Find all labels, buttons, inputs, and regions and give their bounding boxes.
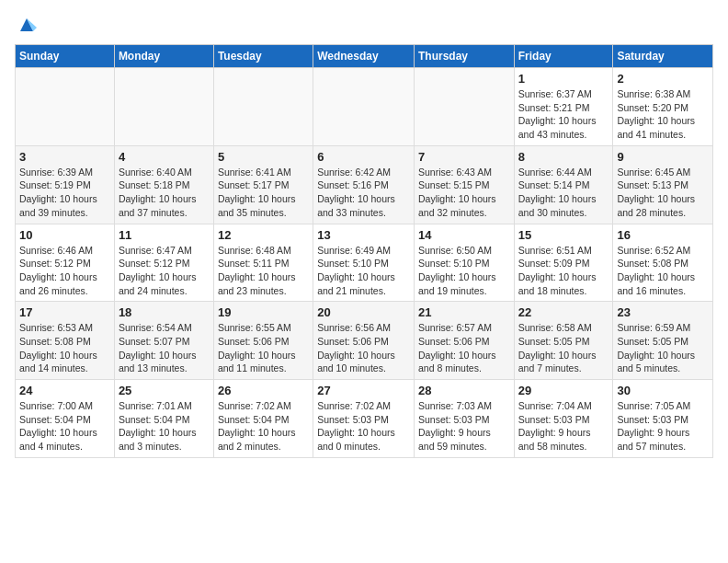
day-number: 18: [119, 305, 210, 319]
weekday-header-tuesday: Tuesday: [213, 45, 313, 68]
day-detail: Sunrise: 6:49 AM Sunset: 5:10 PM Dayligh…: [317, 244, 410, 298]
header: [15, 15, 713, 35]
day-number: 21: [418, 305, 510, 319]
logo: [15, 15, 37, 35]
day-detail: Sunrise: 7:00 AM Sunset: 5:04 PM Dayligh…: [19, 399, 110, 454]
calendar-cell: 10Sunrise: 6:46 AM Sunset: 5:12 PM Dayli…: [16, 224, 115, 302]
calendar-cell: 2Sunrise: 6:38 AM Sunset: 5:20 PM Daylig…: [613, 68, 713, 146]
day-number: 17: [19, 305, 110, 319]
day-number: 22: [518, 305, 609, 319]
calendar-cell: 8Sunrise: 6:44 AM Sunset: 5:14 PM Daylig…: [514, 145, 613, 224]
day-number: 11: [119, 228, 210, 242]
day-number: 12: [218, 228, 309, 242]
calendar-cell: [213, 68, 313, 146]
day-number: 6: [317, 150, 410, 164]
day-detail: Sunrise: 6:41 AM Sunset: 5:17 PM Dayligh…: [218, 166, 309, 220]
day-number: 30: [617, 384, 709, 397]
day-number: 2: [617, 72, 709, 86]
day-detail: Sunrise: 6:53 AM Sunset: 5:08 PM Dayligh…: [19, 321, 110, 375]
calendar-cell: 30Sunrise: 7:05 AM Sunset: 5:03 PM Dayli…: [613, 380, 713, 458]
day-number: 13: [317, 228, 410, 242]
day-number: 19: [218, 305, 309, 319]
calendar-cell: 17Sunrise: 6:53 AM Sunset: 5:08 PM Dayli…: [16, 302, 115, 380]
calendar-cell: 16Sunrise: 6:52 AM Sunset: 5:08 PM Dayli…: [613, 224, 713, 302]
day-detail: Sunrise: 6:52 AM Sunset: 5:08 PM Dayligh…: [617, 244, 709, 298]
day-number: 9: [617, 150, 709, 164]
calendar-cell: 13Sunrise: 6:49 AM Sunset: 5:10 PM Dayli…: [313, 224, 415, 302]
calendar-cell: [313, 68, 415, 146]
day-number: 28: [418, 384, 510, 397]
day-detail: Sunrise: 7:02 AM Sunset: 5:03 PM Dayligh…: [317, 399, 410, 454]
calendar-cell: 28Sunrise: 7:03 AM Sunset: 5:03 PM Dayli…: [414, 380, 514, 458]
calendar-cell: 4Sunrise: 6:40 AM Sunset: 5:18 PM Daylig…: [114, 145, 213, 224]
day-number: 27: [317, 384, 410, 397]
day-detail: Sunrise: 6:55 AM Sunset: 5:06 PM Dayligh…: [218, 321, 309, 375]
calendar-cell: 9Sunrise: 6:45 AM Sunset: 5:13 PM Daylig…: [613, 145, 713, 224]
day-detail: Sunrise: 6:40 AM Sunset: 5:18 PM Dayligh…: [119, 166, 210, 220]
calendar-cell: 25Sunrise: 7:01 AM Sunset: 5:04 PM Dayli…: [114, 380, 213, 458]
day-number: 8: [518, 150, 609, 164]
calendar-cell: 1Sunrise: 6:37 AM Sunset: 5:21 PM Daylig…: [514, 68, 613, 146]
calendar-cell: 3Sunrise: 6:39 AM Sunset: 5:19 PM Daylig…: [16, 145, 115, 224]
day-number: 25: [119, 384, 210, 397]
day-number: 3: [19, 150, 110, 164]
calendar-cell: 6Sunrise: 6:42 AM Sunset: 5:16 PM Daylig…: [313, 145, 415, 224]
day-detail: Sunrise: 6:56 AM Sunset: 5:06 PM Dayligh…: [317, 321, 410, 375]
day-number: 16: [617, 228, 709, 242]
calendar-cell: 7Sunrise: 6:43 AM Sunset: 5:15 PM Daylig…: [414, 145, 514, 224]
day-detail: Sunrise: 6:54 AM Sunset: 5:07 PM Dayligh…: [119, 321, 210, 375]
day-detail: Sunrise: 6:43 AM Sunset: 5:15 PM Dayligh…: [418, 166, 510, 220]
calendar-cell: 19Sunrise: 6:55 AM Sunset: 5:06 PM Dayli…: [213, 302, 313, 380]
day-number: 29: [518, 384, 609, 397]
day-number: 23: [617, 305, 709, 319]
calendar-cell: 21Sunrise: 6:57 AM Sunset: 5:06 PM Dayli…: [414, 302, 514, 380]
day-detail: Sunrise: 7:02 AM Sunset: 5:04 PM Dayligh…: [218, 399, 309, 454]
calendar-cell: 23Sunrise: 6:59 AM Sunset: 5:05 PM Dayli…: [613, 302, 713, 380]
calendar-cell: 14Sunrise: 6:50 AM Sunset: 5:10 PM Dayli…: [414, 224, 514, 302]
logo-icon: [17, 15, 37, 35]
calendar-cell: 29Sunrise: 7:04 AM Sunset: 5:03 PM Dayli…: [514, 380, 613, 458]
day-detail: Sunrise: 6:48 AM Sunset: 5:11 PM Dayligh…: [218, 244, 309, 298]
day-detail: Sunrise: 6:45 AM Sunset: 5:13 PM Dayligh…: [617, 166, 709, 220]
day-number: 7: [418, 150, 510, 164]
calendar-cell: 24Sunrise: 7:00 AM Sunset: 5:04 PM Dayli…: [16, 380, 115, 458]
weekday-header-wednesday: Wednesday: [313, 45, 415, 68]
day-number: 4: [119, 150, 210, 164]
day-detail: Sunrise: 6:38 AM Sunset: 5:20 PM Dayligh…: [617, 87, 709, 142]
day-detail: Sunrise: 6:46 AM Sunset: 5:12 PM Dayligh…: [19, 244, 110, 298]
weekday-header-friday: Friday: [514, 45, 613, 68]
day-detail: Sunrise: 6:59 AM Sunset: 5:05 PM Dayligh…: [617, 321, 709, 375]
calendar-cell: [114, 68, 213, 146]
calendar-table: SundayMondayTuesdayWednesdayThursdayFrid…: [15, 44, 713, 458]
day-detail: Sunrise: 6:39 AM Sunset: 5:19 PM Dayligh…: [19, 166, 110, 220]
calendar-cell: 11Sunrise: 6:47 AM Sunset: 5:12 PM Dayli…: [114, 224, 213, 302]
calendar-cell: [16, 68, 115, 146]
day-detail: Sunrise: 7:05 AM Sunset: 5:03 PM Dayligh…: [617, 399, 709, 454]
day-detail: Sunrise: 7:03 AM Sunset: 5:03 PM Dayligh…: [418, 399, 510, 454]
weekday-header-sunday: Sunday: [16, 45, 115, 68]
weekday-header-thursday: Thursday: [414, 45, 514, 68]
day-number: 15: [518, 228, 609, 242]
day-detail: Sunrise: 6:47 AM Sunset: 5:12 PM Dayligh…: [119, 244, 210, 298]
calendar-cell: 26Sunrise: 7:02 AM Sunset: 5:04 PM Dayli…: [213, 380, 313, 458]
day-number: 26: [218, 384, 309, 397]
calendar-cell: [414, 68, 514, 146]
day-detail: Sunrise: 7:01 AM Sunset: 5:04 PM Dayligh…: [119, 399, 210, 454]
calendar-cell: 27Sunrise: 7:02 AM Sunset: 5:03 PM Dayli…: [313, 380, 415, 458]
day-number: 10: [19, 228, 110, 242]
calendar-cell: 22Sunrise: 6:58 AM Sunset: 5:05 PM Dayli…: [514, 302, 613, 380]
calendar-cell: 20Sunrise: 6:56 AM Sunset: 5:06 PM Dayli…: [313, 302, 415, 380]
day-detail: Sunrise: 6:51 AM Sunset: 5:09 PM Dayligh…: [518, 244, 609, 298]
day-detail: Sunrise: 6:44 AM Sunset: 5:14 PM Dayligh…: [518, 166, 609, 220]
day-detail: Sunrise: 6:58 AM Sunset: 5:05 PM Dayligh…: [518, 321, 609, 375]
day-detail: Sunrise: 6:57 AM Sunset: 5:06 PM Dayligh…: [418, 321, 510, 375]
calendar-cell: 15Sunrise: 6:51 AM Sunset: 5:09 PM Dayli…: [514, 224, 613, 302]
day-number: 5: [218, 150, 309, 164]
day-detail: Sunrise: 6:42 AM Sunset: 5:16 PM Dayligh…: [317, 166, 410, 220]
calendar-cell: 12Sunrise: 6:48 AM Sunset: 5:11 PM Dayli…: [213, 224, 313, 302]
day-detail: Sunrise: 6:50 AM Sunset: 5:10 PM Dayligh…: [418, 244, 510, 298]
day-number: 24: [19, 384, 110, 397]
weekday-header-monday: Monday: [114, 45, 213, 68]
calendar-cell: 18Sunrise: 6:54 AM Sunset: 5:07 PM Dayli…: [114, 302, 213, 380]
day-detail: Sunrise: 6:37 AM Sunset: 5:21 PM Dayligh…: [518, 87, 609, 142]
